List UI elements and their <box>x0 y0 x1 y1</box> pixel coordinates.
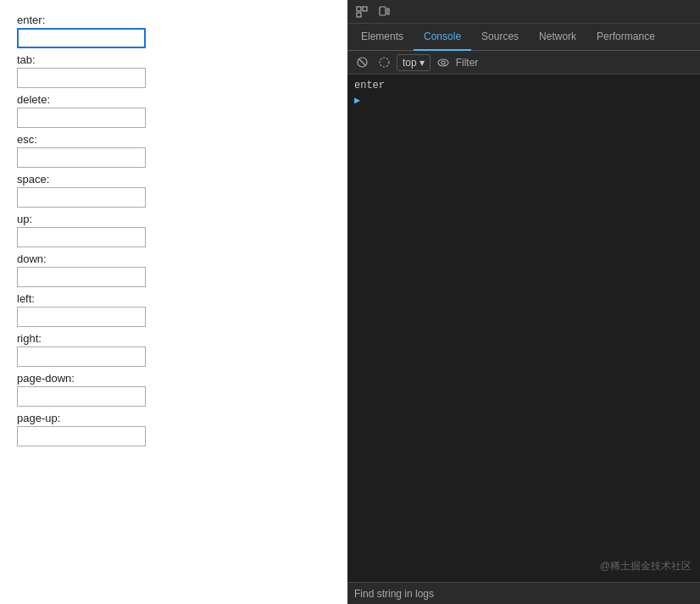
field-group-tab: tab: <box>17 53 331 88</box>
console-enter-line: enter <box>354 78 693 93</box>
field-group-esc: esc: <box>17 133 331 168</box>
svg-rect-0 <box>357 7 361 11</box>
label-down: down: <box>17 252 331 265</box>
tab-sources[interactable]: Sources <box>471 24 529 51</box>
context-label: top <box>403 57 417 69</box>
device-icon-btn[interactable] <box>375 3 393 21</box>
context-arrow: ▾ <box>419 57 425 69</box>
field-group-left: left: <box>17 292 331 327</box>
input-tab[interactable] <box>17 68 146 88</box>
input-page-down[interactable] <box>17 386 146 407</box>
console-toolbar: top ▾ Filter <box>347 51 700 75</box>
label-enter: enter: <box>17 14 331 26</box>
svg-point-8 <box>438 59 448 66</box>
filter-label: Filter <box>456 57 479 69</box>
console-content: enter ▶ <box>347 75 700 582</box>
label-esc: esc: <box>17 133 331 146</box>
svg-point-9 <box>442 61 445 64</box>
devtools-panel: Elements Console Sources Network Perform… <box>347 0 700 604</box>
context-selector[interactable]: top ▾ <box>397 54 431 71</box>
svg-rect-3 <box>380 7 386 15</box>
input-delete[interactable] <box>17 108 146 128</box>
label-page-up: page-up: <box>17 412 331 424</box>
devtools-bottombar: Find string in logs <box>347 582 700 604</box>
label-space: space: <box>17 173 331 186</box>
label-right: right: <box>17 332 331 345</box>
eye-btn[interactable] <box>434 53 453 72</box>
find-string-label: Find string in logs <box>354 588 434 600</box>
clear-console-btn[interactable] <box>353 53 371 72</box>
input-up[interactable] <box>17 227 146 247</box>
field-group-space: space: <box>17 173 331 208</box>
input-esc[interactable] <box>17 147 146 168</box>
field-group-delete: delete: <box>17 93 331 128</box>
svg-rect-2 <box>357 13 361 17</box>
tab-elements[interactable]: Elements <box>351 24 414 51</box>
tab-console[interactable]: Console <box>414 24 471 51</box>
input-left[interactable] <box>17 307 146 327</box>
label-tab: tab: <box>17 53 331 66</box>
field-group-right: right: <box>17 332 331 367</box>
inspect-icon-btn[interactable] <box>353 3 371 21</box>
svg-point-7 <box>380 58 389 67</box>
devtools-tabs: Elements Console Sources Network Perform… <box>347 24 700 51</box>
label-left: left: <box>17 292 331 305</box>
devtools-topbar <box>347 0 700 24</box>
svg-rect-4 <box>387 8 389 14</box>
tab-network[interactable]: Network <box>529 24 586 51</box>
field-group-page-down: page-down: <box>17 372 331 407</box>
svg-line-6 <box>359 59 365 65</box>
field-group-up: up: <box>17 213 331 247</box>
label-delete: delete: <box>17 93 331 106</box>
field-group-page-up: page-up: <box>17 412 331 446</box>
input-enter[interactable] <box>17 28 146 48</box>
label-up: up: <box>17 213 331 225</box>
svg-rect-1 <box>363 7 367 11</box>
input-down[interactable] <box>17 267 146 287</box>
field-group-enter: enter: <box>17 14 331 48</box>
input-right[interactable] <box>17 346 146 367</box>
input-page-up[interactable] <box>17 426 146 446</box>
console-arrow: ▶ <box>354 93 693 108</box>
tab-performance[interactable]: Performance <box>586 24 665 51</box>
stop-btn[interactable] <box>375 53 393 72</box>
field-group-down: down: <box>17 252 331 287</box>
input-space[interactable] <box>17 187 146 208</box>
label-page-down: page-down: <box>17 372 331 385</box>
left-panel: enter:tab:delete:esc:space:up:down:left:… <box>0 0 347 604</box>
